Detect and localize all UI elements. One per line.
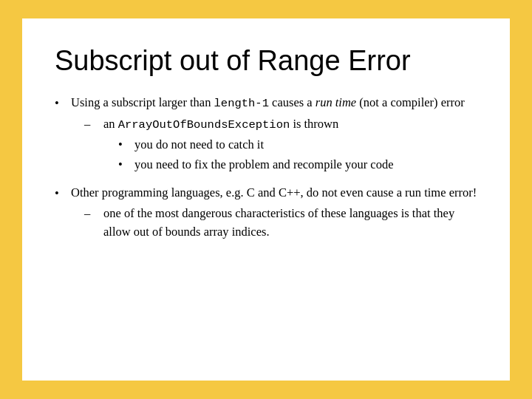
sub-item-text: an ArrayOutOfBoundsException is thrown •…	[103, 115, 394, 176]
code-segment: ArrayOutOfBoundsException	[118, 118, 290, 132]
slide-content: • Using a subscript larger than length-1…	[55, 94, 477, 248]
slide: Subscript out of Range Error • Using a s…	[22, 18, 510, 381]
bullet-icon: •	[55, 185, 68, 203]
text-segment: is thrown	[290, 117, 338, 131]
sub-sub-list: • you do not need to catch it • you need…	[118, 136, 394, 174]
text-segment: (not a compiler) error	[356, 95, 465, 109]
code-segment: length-1	[214, 97, 269, 110]
dash-icon: –	[84, 115, 100, 134]
list-item: • Other programming languages, e.g. C an…	[55, 184, 477, 244]
text-segment: causes a	[269, 95, 316, 109]
list-item: • you do not need to catch it	[118, 136, 394, 154]
bullet-icon: •	[118, 136, 132, 154]
list-item: – one of the most dangerous characterist…	[84, 205, 477, 242]
text-segment: one of the most dangerous characteristic…	[103, 206, 454, 239]
list-item: – an ArrayOutOfBoundsException is thrown…	[84, 115, 477, 176]
slide-title: Subscript out of Range Error	[55, 45, 477, 78]
bullet-icon: •	[118, 156, 132, 174]
bullet-text: Other programming languages, e.g. C and …	[71, 184, 477, 244]
italic-segment: run time	[316, 95, 356, 109]
main-bullet-list: • Using a subscript larger than length-1…	[55, 94, 477, 244]
list-item: • you need to fix the problem and recomp…	[118, 156, 394, 174]
text-segment: Other programming languages, e.g. C and …	[71, 185, 477, 200]
bullet-icon: •	[55, 95, 68, 113]
text-segment: you need to fix the problem and recompil…	[134, 156, 394, 174]
sub-item-text: one of the most dangerous characteristic…	[103, 205, 477, 242]
sub-list: – one of the most dangerous characterist…	[84, 205, 477, 242]
text-segment: an	[103, 117, 118, 131]
dash-icon: –	[84, 205, 100, 223]
list-item: • Using a subscript larger than length-1…	[55, 94, 477, 178]
bullet-text: Using a subscript larger than length-1 c…	[71, 94, 477, 178]
sub-list: – an ArrayOutOfBoundsException is thrown…	[84, 115, 477, 176]
text-segment: you do not need to catch it	[134, 136, 264, 154]
text-segment: Using a subscript larger than	[71, 95, 214, 109]
